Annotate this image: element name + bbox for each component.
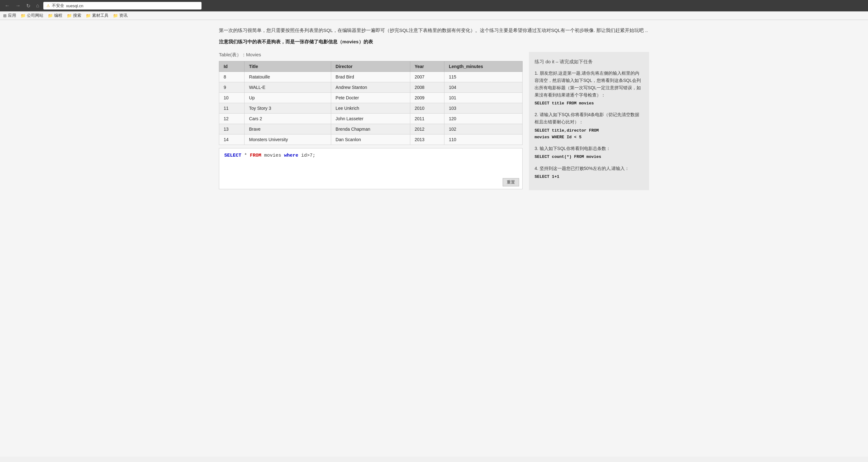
url-text: xuesql.cn <box>66 3 84 8</box>
company-label: 公司网站 <box>27 13 43 18</box>
cell-id: 11 <box>219 103 245 114</box>
col-year: Year <box>410 61 444 72</box>
reload-button[interactable]: ↻ <box>25 2 32 9</box>
movies-table: Id Title Director Year Length_minutes 8R… <box>219 61 523 145</box>
intro-section: 第一次的练习很简单，您只需要按照任务列表里的SQL，在编辑器里抄一遍即可（抄完S… <box>219 23 649 52</box>
table-row: 13BraveBrenda Chapman2012102 <box>219 124 523 134</box>
table-row: 11Toy Story 3Lee Unkrich2010103 <box>219 103 523 114</box>
reset-button[interactable]: 重置 <box>503 178 519 186</box>
cell-year: 2010 <box>410 103 444 114</box>
sql-star: * <box>241 153 250 158</box>
home-button[interactable]: ⌂ <box>34 2 41 9</box>
cell-id: 13 <box>219 124 245 134</box>
sql-from-keyword: FROM <box>250 153 261 158</box>
cell-year: 2013 <box>410 134 444 145</box>
table-row: 14Monsters UniversityDan Scanlon2013110 <box>219 134 523 145</box>
page-content: 第一次的练习很简单，您只需要按照任务列表里的SQL，在编辑器里抄一遍即可（抄完S… <box>0 20 868 457</box>
cell-director: Brenda Chapman <box>331 124 410 134</box>
cell-year: 2007 <box>410 72 444 82</box>
code-block-3: SELECT count(*) FROM movies <box>535 153 643 160</box>
code-block-1: SELECT title FROM movies <box>535 100 643 106</box>
exercise-item-3: 3. 输入如下SQL你将看到电影总条数：SELECT count(*) FROM… <box>535 145 643 160</box>
cell-id: 8 <box>219 72 245 82</box>
cell-director: John Lasseter <box>331 114 410 124</box>
cell-length_minutes: 103 <box>444 103 523 114</box>
sql-condition: id>7; <box>298 153 315 158</box>
code-block-2-line1: SELECT title,director FROMmovies WHERE I… <box>535 127 643 141</box>
toolbar-materials[interactable]: 素材工具 <box>86 13 108 18</box>
exercise-item-1: 1. 朋友您好,这是第一题,请你先将左侧的输入框里的内容清空，然后请输入如下SQ… <box>535 70 643 107</box>
exercise-item-4: 4. 坚持到这一题您已打败50%左右的人,请输入：SELECT 1+1 <box>535 165 643 180</box>
col-director: Director <box>331 61 410 72</box>
cell-year: 2012 <box>410 124 444 134</box>
main-layout: Table(表）：Movies Id Title Director Year L… <box>219 52 649 190</box>
cell-title: Ratatouille <box>245 72 331 82</box>
table-row: 12Cars 2John Lasseter2011120 <box>219 114 523 124</box>
right-panel: 练习 do it – 请完成如下任务 1. 朋友您好,这是第一题,请你先将左侧的… <box>529 52 649 190</box>
sql-editor[interactable]: SELECT * FROM movies where id>7; 重置 <box>219 148 523 189</box>
back-button[interactable]: ← <box>3 2 11 9</box>
toolbar-apps[interactable]: ⊞ 应用 <box>3 13 16 18</box>
col-id: Id <box>219 61 245 72</box>
cell-year: 2011 <box>410 114 444 124</box>
folder-icon-5 <box>113 13 118 18</box>
cell-director: Pete Docter <box>331 93 410 103</box>
item-number: 2. <box>535 112 538 117</box>
cell-length_minutes: 110 <box>444 134 523 145</box>
browser-toolbar: ⊞ 应用 公司网站 编程 搜索 素材工具 资讯 <box>0 11 868 20</box>
news-label: 资讯 <box>119 13 127 18</box>
cell-director: Brad Bird <box>331 72 410 82</box>
item-number: 4. <box>535 166 538 171</box>
table-label: Table(表）：Movies <box>219 52 523 58</box>
cell-title: WALL-E <box>245 82 331 93</box>
toolbar-coding[interactable]: 编程 <box>48 13 62 18</box>
note-text: 注意我们练习中的表不是狗表，而是一张存储了电影信息（movies）的表 <box>219 38 649 46</box>
forward-button[interactable]: → <box>14 2 22 9</box>
cell-length_minutes: 102 <box>444 124 523 134</box>
cell-length_minutes: 101 <box>444 93 523 103</box>
cell-title: Cars 2 <box>245 114 331 124</box>
item-number: 1. <box>535 70 538 75</box>
cell-title: Up <box>245 93 331 103</box>
cell-id: 10 <box>219 93 245 103</box>
cell-director: Lee Unkrich <box>331 103 410 114</box>
content-area: 第一次的练习很简单，您只需要按照任务列表里的SQL，在编辑器里抄一遍即可（抄完S… <box>213 20 655 193</box>
folder-icon-4 <box>86 13 91 18</box>
cell-id: 9 <box>219 82 245 93</box>
toolbar-company[interactable]: 公司网站 <box>21 13 43 18</box>
cell-length_minutes: 120 <box>444 114 523 124</box>
cell-length_minutes: 104 <box>444 82 523 93</box>
security-warning-text: 不安全 <box>52 3 64 8</box>
sql-table-name: movies <box>261 153 284 158</box>
cell-director: Dan Scanlon <box>331 134 410 145</box>
exercise-title: 练习 do it – 请完成如下任务 <box>535 58 643 66</box>
left-panel: Table(表）：Movies Id Title Director Year L… <box>219 52 523 189</box>
cell-id: 12 <box>219 114 245 124</box>
security-warning-icon: ⚠ <box>46 3 50 8</box>
toolbar-news[interactable]: 资讯 <box>113 13 127 18</box>
item-number: 3. <box>535 146 538 151</box>
cell-director: Andrew Stanton <box>331 82 410 93</box>
cell-title: Monsters University <box>245 134 331 145</box>
materials-label: 素材工具 <box>92 13 108 18</box>
sql-select-keyword: SELECT <box>224 153 241 158</box>
cell-title: Toy Story 3 <box>245 103 331 114</box>
address-bar[interactable]: ⚠ 不安全 xuesql.cn <box>43 2 202 9</box>
cell-length_minutes: 115 <box>444 72 523 82</box>
apps-label: 应用 <box>8 13 16 18</box>
exercise-list: 1. 朋友您好,这是第一题,请你先将左侧的输入框里的内容清空，然后请输入如下SQ… <box>535 70 643 180</box>
sql-where-keyword: where <box>284 153 298 158</box>
folder-icon-2 <box>48 13 53 18</box>
cell-id: 14 <box>219 134 245 145</box>
table-row: 8RatatouilleBrad Bird2007115 <box>219 72 523 82</box>
cell-title: Brave <box>245 124 331 134</box>
toolbar-search[interactable]: 搜索 <box>67 13 81 18</box>
cell-year: 2008 <box>410 82 444 93</box>
coding-label: 编程 <box>54 13 62 18</box>
table-row: 9WALL-EAndrew Stanton2008104 <box>219 82 523 93</box>
col-title: Title <box>245 61 331 72</box>
intro-paragraph: 第一次的练习很简单，您只需要按照任务列表里的SQL，在编辑器里抄一遍即可（抄完S… <box>219 26 649 34</box>
folder-icon-1 <box>21 13 26 18</box>
code-block-4: SELECT 1+1 <box>535 174 643 180</box>
table-row: 10UpPete Docter2009101 <box>219 93 523 103</box>
